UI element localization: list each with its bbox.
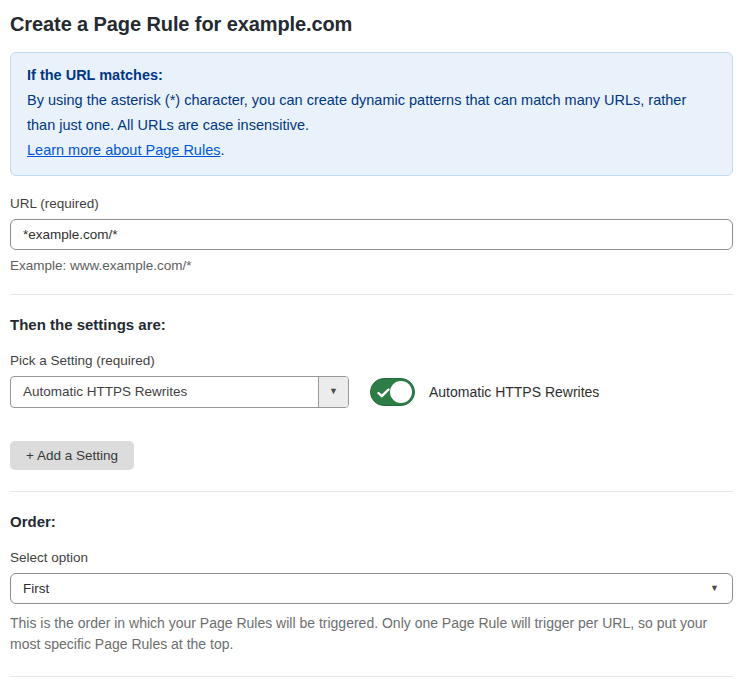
create-page-rule-form: Create a Page Rule for example.com If th… (0, 0, 743, 686)
info-box-body: By using the asterisk (*) character, you… (27, 88, 716, 138)
settings-section-heading: Then the settings are: (10, 316, 733, 333)
pick-setting-label: Pick a Setting (required) (10, 353, 733, 368)
link-period: . (220, 142, 224, 158)
setting-toggle[interactable] (370, 378, 415, 406)
setting-dropdown[interactable]: Automatic HTTPS Rewrites ▼ (10, 376, 349, 408)
divider (10, 491, 733, 492)
url-input[interactable] (10, 219, 733, 250)
page-title: Create a Page Rule for example.com (10, 13, 733, 36)
divider (10, 676, 733, 677)
toggle-knob (390, 381, 412, 403)
chevron-down-icon: ▼ (710, 584, 719, 593)
learn-more-link[interactable]: Learn more about Page Rules (27, 142, 220, 158)
url-match-info-box: If the URL matches: By using the asteris… (10, 52, 733, 176)
info-box-heading: If the URL matches: (27, 63, 716, 88)
order-section-heading: Order: (10, 513, 733, 530)
order-select-value: First (23, 581, 49, 596)
select-option-label: Select option (10, 550, 733, 565)
info-link-line: Learn more about Page Rules. (27, 138, 716, 163)
divider (10, 294, 733, 295)
order-select[interactable]: First ▼ (10, 573, 733, 604)
setting-dropdown-caret-button[interactable]: ▼ (318, 377, 348, 407)
url-example-hint: Example: www.example.com/* (10, 258, 733, 273)
check-icon (377, 388, 390, 398)
order-help-text: This is the order in which your Page Rul… (10, 613, 733, 656)
setting-row: Automatic HTTPS Rewrites ▼ Automatic HTT… (10, 376, 733, 408)
setting-dropdown-value: Automatic HTTPS Rewrites (11, 377, 318, 407)
add-setting-button[interactable]: + Add a Setting (10, 441, 134, 470)
url-field-label: URL (required) (10, 196, 733, 211)
chevron-down-icon: ▼ (329, 387, 338, 396)
setting-toggle-group: Automatic HTTPS Rewrites (370, 378, 599, 406)
setting-toggle-label: Automatic HTTPS Rewrites (429, 384, 599, 400)
